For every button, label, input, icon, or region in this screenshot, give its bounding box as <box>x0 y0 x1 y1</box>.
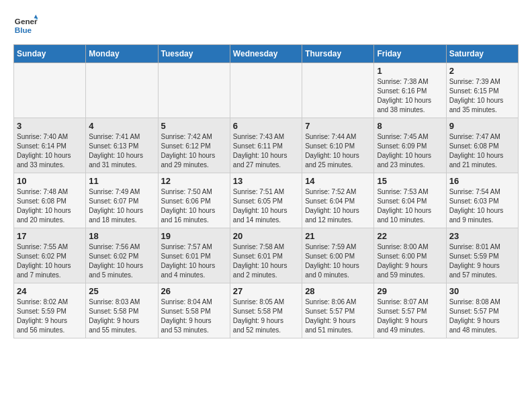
day-info: Sunrise: 8:01 AM Sunset: 5:59 PM Dayligh… <box>449 242 515 280</box>
day-info: Sunrise: 7:43 AM Sunset: 6:11 PM Dayligh… <box>233 132 299 170</box>
day-info: Sunrise: 7:41 AM Sunset: 6:13 PM Dayligh… <box>89 132 154 170</box>
week-row-2: 3Sunrise: 7:40 AM Sunset: 6:14 PM Daylig… <box>14 118 519 173</box>
week-row-1: 1Sunrise: 7:38 AM Sunset: 6:16 PM Daylig… <box>14 63 519 118</box>
calendar-cell: 23Sunrise: 8:01 AM Sunset: 5:59 PM Dayli… <box>446 228 518 283</box>
day-number: 25 <box>89 286 154 296</box>
day-number: 9 <box>449 121 515 131</box>
calendar-cell: 7Sunrise: 7:44 AM Sunset: 6:10 PM Daylig… <box>302 118 374 173</box>
day-number: 13 <box>233 176 299 186</box>
calendar-cell: 29Sunrise: 8:07 AM Sunset: 5:57 PM Dayli… <box>374 283 446 338</box>
day-info: Sunrise: 8:08 AM Sunset: 5:57 PM Dayligh… <box>449 298 515 335</box>
page-header: General Blue <box>13 13 519 38</box>
calendar-cell: 27Sunrise: 8:05 AM Sunset: 5:58 PM Dayli… <box>230 283 302 338</box>
calendar-cell: 9Sunrise: 7:47 AM Sunset: 6:08 PM Daylig… <box>446 118 518 173</box>
day-info: Sunrise: 8:02 AM Sunset: 5:59 PM Dayligh… <box>17 298 83 335</box>
day-number: 21 <box>305 231 371 241</box>
calendar-cell: 19Sunrise: 7:57 AM Sunset: 6:01 PM Dayli… <box>158 228 230 283</box>
day-number: 16 <box>449 176 515 186</box>
day-number: 20 <box>233 231 299 241</box>
day-info: Sunrise: 7:47 AM Sunset: 6:08 PM Dayligh… <box>449 132 515 170</box>
day-number: 30 <box>449 286 515 296</box>
calendar-cell: 1Sunrise: 7:38 AM Sunset: 6:16 PM Daylig… <box>374 63 446 118</box>
week-row-3: 10Sunrise: 7:48 AM Sunset: 6:08 PM Dayli… <box>14 173 519 228</box>
day-info: Sunrise: 7:54 AM Sunset: 6:03 PM Dayligh… <box>449 187 515 225</box>
day-info: Sunrise: 7:58 AM Sunset: 6:01 PM Dayligh… <box>233 242 299 280</box>
calendar-cell: 6Sunrise: 7:43 AM Sunset: 6:11 PM Daylig… <box>230 118 302 173</box>
calendar-cell: 21Sunrise: 7:59 AM Sunset: 6:00 PM Dayli… <box>302 228 374 283</box>
weekday-header-row: SundayMondayTuesdayWednesdayThursdayFrid… <box>14 45 519 63</box>
day-number: 7 <box>305 121 371 131</box>
calendar-cell: 22Sunrise: 8:00 AM Sunset: 6:00 PM Dayli… <box>374 228 446 283</box>
day-number: 28 <box>305 286 371 296</box>
day-info: Sunrise: 7:45 AM Sunset: 6:09 PM Dayligh… <box>377 132 443 170</box>
day-number: 23 <box>449 231 515 241</box>
calendar-table: SundayMondayTuesdayWednesdayThursdayFrid… <box>13 44 519 338</box>
weekday-header-thursday: Thursday <box>302 45 374 63</box>
calendar-cell: 15Sunrise: 7:53 AM Sunset: 6:04 PM Dayli… <box>374 173 446 228</box>
weekday-header-tuesday: Tuesday <box>158 45 230 63</box>
weekday-header-friday: Friday <box>374 45 446 63</box>
day-info: Sunrise: 8:05 AM Sunset: 5:58 PM Dayligh… <box>233 298 299 335</box>
day-number: 19 <box>161 231 227 241</box>
day-info: Sunrise: 8:04 AM Sunset: 5:58 PM Dayligh… <box>161 298 227 335</box>
day-info: Sunrise: 8:03 AM Sunset: 5:58 PM Dayligh… <box>89 298 154 335</box>
day-number: 5 <box>161 121 227 131</box>
day-number: 14 <box>305 176 371 186</box>
calendar-cell: 26Sunrise: 8:04 AM Sunset: 5:58 PM Dayli… <box>158 283 230 338</box>
weekday-header-monday: Monday <box>86 45 158 63</box>
calendar-cell <box>14 63 86 118</box>
day-number: 1 <box>377 66 443 76</box>
day-info: Sunrise: 7:52 AM Sunset: 6:04 PM Dayligh… <box>305 187 371 225</box>
week-row-5: 24Sunrise: 8:02 AM Sunset: 5:59 PM Dayli… <box>14 283 519 338</box>
calendar-cell: 30Sunrise: 8:08 AM Sunset: 5:57 PM Dayli… <box>446 283 518 338</box>
day-info: Sunrise: 7:57 AM Sunset: 6:01 PM Dayligh… <box>161 242 227 280</box>
day-number: 18 <box>89 231 154 241</box>
day-number: 10 <box>17 176 83 186</box>
calendar-cell: 4Sunrise: 7:41 AM Sunset: 6:13 PM Daylig… <box>86 118 158 173</box>
day-info: Sunrise: 7:42 AM Sunset: 6:12 PM Dayligh… <box>161 132 227 170</box>
calendar-cell: 8Sunrise: 7:45 AM Sunset: 6:09 PM Daylig… <box>374 118 446 173</box>
day-number: 3 <box>17 121 83 131</box>
day-info: Sunrise: 7:59 AM Sunset: 6:00 PM Dayligh… <box>305 242 371 280</box>
day-info: Sunrise: 7:55 AM Sunset: 6:02 PM Dayligh… <box>17 242 83 280</box>
weekday-header-sunday: Sunday <box>14 45 86 63</box>
calendar-cell: 20Sunrise: 7:58 AM Sunset: 6:01 PM Dayli… <box>230 228 302 283</box>
calendar-cell: 16Sunrise: 7:54 AM Sunset: 6:03 PM Dayli… <box>446 173 518 228</box>
calendar-cell: 2Sunrise: 7:39 AM Sunset: 6:15 PM Daylig… <box>446 63 518 118</box>
day-info: Sunrise: 7:38 AM Sunset: 6:16 PM Dayligh… <box>377 77 443 115</box>
calendar-cell: 18Sunrise: 7:56 AM Sunset: 6:02 PM Dayli… <box>86 228 158 283</box>
calendar-cell: 25Sunrise: 8:03 AM Sunset: 5:58 PM Dayli… <box>86 283 158 338</box>
day-number: 17 <box>17 231 83 241</box>
day-info: Sunrise: 8:06 AM Sunset: 5:57 PM Dayligh… <box>305 298 371 335</box>
logo: General Blue <box>13 13 38 38</box>
weekday-header-wednesday: Wednesday <box>230 45 302 63</box>
calendar-cell <box>230 63 302 118</box>
calendar-cell: 14Sunrise: 7:52 AM Sunset: 6:04 PM Dayli… <box>302 173 374 228</box>
day-number: 4 <box>89 121 154 131</box>
day-info: Sunrise: 7:39 AM Sunset: 6:15 PM Dayligh… <box>449 77 515 115</box>
day-number: 26 <box>161 286 227 296</box>
day-info: Sunrise: 8:00 AM Sunset: 6:00 PM Dayligh… <box>377 242 443 280</box>
calendar-cell: 17Sunrise: 7:55 AM Sunset: 6:02 PM Dayli… <box>14 228 86 283</box>
calendar-cell: 5Sunrise: 7:42 AM Sunset: 6:12 PM Daylig… <box>158 118 230 173</box>
calendar-cell <box>86 63 158 118</box>
calendar-cell: 28Sunrise: 8:06 AM Sunset: 5:57 PM Dayli… <box>302 283 374 338</box>
day-info: Sunrise: 7:53 AM Sunset: 6:04 PM Dayligh… <box>377 187 443 225</box>
calendar-cell <box>158 63 230 118</box>
day-number: 6 <box>233 121 299 131</box>
day-number: 22 <box>377 231 443 241</box>
day-number: 8 <box>377 121 443 131</box>
calendar-cell: 13Sunrise: 7:51 AM Sunset: 6:05 PM Dayli… <box>230 173 302 228</box>
day-number: 12 <box>161 176 227 186</box>
logo-icon: General Blue <box>13 13 38 38</box>
day-number: 24 <box>17 286 83 296</box>
calendar-cell: 24Sunrise: 8:02 AM Sunset: 5:59 PM Dayli… <box>14 283 86 338</box>
svg-text:Blue: Blue <box>15 26 32 34</box>
day-info: Sunrise: 7:51 AM Sunset: 6:05 PM Dayligh… <box>233 187 299 225</box>
week-row-4: 17Sunrise: 7:55 AM Sunset: 6:02 PM Dayli… <box>14 228 519 283</box>
day-number: 2 <box>449 66 515 76</box>
day-info: Sunrise: 7:48 AM Sunset: 6:08 PM Dayligh… <box>17 187 83 225</box>
calendar-cell: 12Sunrise: 7:50 AM Sunset: 6:06 PM Dayli… <box>158 173 230 228</box>
calendar-cell <box>302 63 374 118</box>
day-number: 11 <box>89 176 154 186</box>
